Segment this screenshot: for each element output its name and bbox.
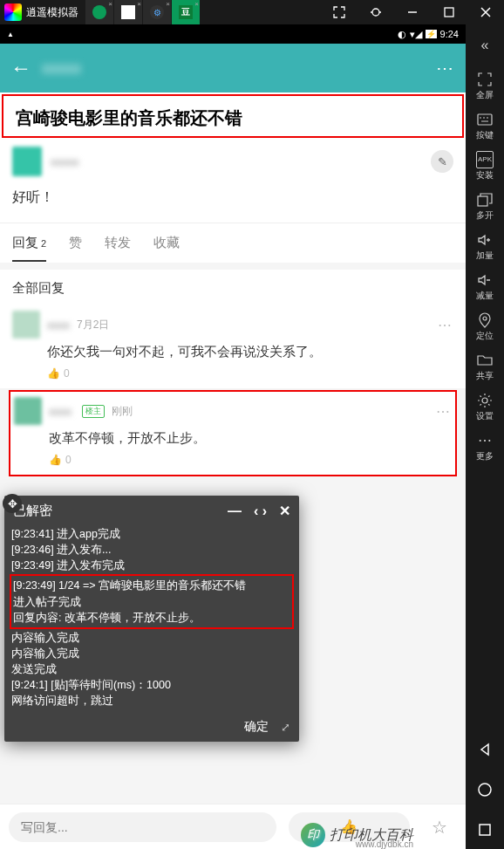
tab-favorite[interactable]: 收藏 bbox=[153, 235, 180, 251]
sidebar-volume-up[interactable]: 加量 bbox=[466, 227, 504, 265]
pin-icon[interactable] bbox=[358, 0, 394, 24]
back-icon[interactable]: ← bbox=[10, 56, 31, 80]
header-more-icon[interactable]: ⋯ bbox=[436, 58, 455, 79]
reply-more-icon[interactable]: ⋯ bbox=[438, 317, 453, 333]
chevron-left-icon: « bbox=[476, 37, 494, 54]
tab-close-icon[interactable]: × bbox=[137, 0, 141, 8]
op-badge: 楼主 bbox=[82, 405, 105, 418]
emu-tab-3[interactable]: ⚙× bbox=[143, 0, 171, 24]
svg-rect-3 bbox=[478, 196, 487, 206]
emu-tab-2[interactable]: × bbox=[114, 0, 142, 24]
console-resize-grip-icon[interactable]: ⤢ bbox=[281, 721, 290, 734]
console-line: 发送完成 bbox=[11, 661, 292, 677]
tab-repost[interactable]: 转发 bbox=[105, 235, 131, 251]
tab-reply[interactable]: 回复2 bbox=[12, 224, 46, 262]
android-recents-button[interactable] bbox=[466, 811, 504, 849]
interaction-tabs: 回复2 赞 转发 收藏 bbox=[0, 223, 466, 263]
gear-icon bbox=[476, 392, 494, 409]
svg-point-0 bbox=[372, 9, 379, 16]
console-line: 回复内容: 改革不停顿，开放不止步。 bbox=[13, 610, 290, 626]
edit-icon[interactable]: ✎ bbox=[431, 150, 453, 173]
reply-username[interactable]: xxxx bbox=[49, 405, 72, 418]
emulator-tabs: × × ⚙× 豆× bbox=[85, 0, 201, 24]
keyboard-icon bbox=[476, 111, 494, 128]
star-icon: ☆ bbox=[432, 817, 447, 838]
svg-rect-7 bbox=[480, 825, 490, 835]
reply-avatar[interactable] bbox=[14, 397, 42, 425]
sidebar-location[interactable]: 定位 bbox=[466, 307, 504, 346]
reply-count: 2 bbox=[41, 238, 46, 249]
close-icon[interactable] bbox=[467, 0, 504, 24]
reply-time: 刚刚 bbox=[112, 404, 133, 419]
header-title: xxxxx bbox=[42, 59, 436, 78]
reply-like-button[interactable]: 👍0 bbox=[14, 454, 452, 466]
author-avatar[interactable] bbox=[12, 147, 42, 176]
console-resize-icon[interactable]: ‹ › bbox=[254, 503, 267, 519]
console-close-icon[interactable]: ✕ bbox=[279, 503, 290, 519]
fullscreen-toggle-icon[interactable] bbox=[321, 0, 358, 24]
sidebar-expand[interactable]: « bbox=[466, 26, 504, 65]
console-ok-button[interactable]: 确定 bbox=[244, 719, 269, 735]
thumbs-up-icon: 👍 bbox=[47, 367, 60, 380]
reply-item: xxxx 7月2日 ⋯ 你还欠我一句对不起，可我不会再说没关系了。 👍0 bbox=[0, 305, 466, 388]
sidebar-fullscreen[interactable]: 全屏 bbox=[466, 66, 504, 105]
volume-down-icon bbox=[476, 271, 494, 289]
battery-icon: ⚡ bbox=[426, 30, 437, 38]
sidebar-more[interactable]: ⋯更多 bbox=[466, 428, 504, 466]
console-header: 已解密 — ‹ › ✕ bbox=[4, 496, 299, 526]
emu-tab-4[interactable]: 豆× bbox=[172, 0, 200, 24]
multi-window-icon bbox=[476, 191, 494, 209]
status-time: 9:24 bbox=[440, 29, 459, 39]
android-back-button[interactable] bbox=[466, 730, 504, 769]
console-line: [9:23:49] 进入发布完成 bbox=[11, 558, 292, 573]
author-name[interactable]: xxxxx bbox=[51, 155, 431, 168]
status-dropdown-icon: ◐ bbox=[398, 29, 406, 40]
reply-header: xxxx 7月2日 ⋯ bbox=[12, 311, 453, 339]
tab-like[interactable]: 赞 bbox=[69, 235, 82, 251]
reply-like-button[interactable]: 👍0 bbox=[12, 367, 453, 380]
watermark-icon: 印 bbox=[301, 823, 325, 847]
reply-body: 改革不停顿，开放不止步。 bbox=[14, 430, 452, 447]
emu-tab-1[interactable]: × bbox=[85, 0, 113, 24]
tab-close-icon[interactable]: × bbox=[194, 0, 199, 8]
reply-more-icon[interactable]: ⋯ bbox=[436, 403, 452, 420]
sidebar-keymap[interactable]: 按键 bbox=[466, 106, 504, 145]
console-drag-handle[interactable]: ✥ bbox=[3, 494, 22, 513]
tab-icon-360 bbox=[92, 5, 106, 19]
reply-input[interactable] bbox=[9, 812, 276, 842]
folder-icon bbox=[476, 352, 494, 369]
emulator-system-buttons bbox=[321, 0, 504, 24]
maximize-icon[interactable] bbox=[431, 0, 467, 24]
tab-close-icon[interactable]: × bbox=[108, 0, 112, 8]
location-pin-icon bbox=[476, 312, 494, 329]
sidebar-share[interactable]: 共享 bbox=[466, 347, 504, 386]
sidebar-multi-instance[interactable]: 多开 bbox=[466, 187, 504, 225]
bottom-favorite-button[interactable]: ☆ bbox=[422, 817, 457, 838]
sidebar-install-apk[interactable]: APK安装 bbox=[466, 147, 504, 185]
sidebar-settings[interactable]: 设置 bbox=[466, 387, 504, 426]
console-line: [9:23:41] 进入app完成 bbox=[11, 526, 292, 542]
console-minimize-icon[interactable]: — bbox=[228, 503, 242, 519]
console-line: 内容输入完成 bbox=[11, 646, 292, 661]
console-line: [9:23:46] 进入发布... bbox=[11, 542, 292, 558]
tab-close-icon[interactable]: × bbox=[166, 0, 170, 8]
reply-item-highlighted: xxxx 楼主 刚刚 ⋯ 改革不停顿，开放不止步。 👍0 bbox=[9, 390, 457, 476]
console-line: 网络访问超时，跳过 bbox=[11, 693, 292, 709]
emulator-titlebar: 逍遥模拟器 × × ⚙× 豆× bbox=[0, 0, 504, 24]
tab-gear-icon: ⚙ bbox=[150, 5, 164, 19]
svg-point-5 bbox=[482, 398, 487, 403]
reply-username[interactable]: xxxx bbox=[47, 318, 70, 332]
console-line: 内容输入完成 bbox=[11, 630, 292, 646]
post-title: 宫崎骏电影里的音乐都还不错 bbox=[2, 94, 464, 138]
console-title: 已解密 bbox=[13, 503, 228, 519]
phone-screen: ▲ ◐ ▾◢ ⚡ 9:24 ← xxxxx ⋯ 宫崎骏电影里的音乐都还不错 xx… bbox=[0, 24, 466, 849]
reply-avatar[interactable] bbox=[12, 311, 40, 339]
emulator-title: 逍遥模拟器 bbox=[26, 5, 78, 20]
sidebar-volume-down[interactable]: 减量 bbox=[466, 267, 504, 305]
android-home-button[interactable] bbox=[466, 770, 504, 809]
android-status-bar: ▲ ◐ ▾◢ ⚡ 9:24 bbox=[0, 24, 466, 44]
console-body: [9:23:41] 进入app完成 [9:23:46] 进入发布... [9:2… bbox=[4, 526, 299, 712]
minimize-icon[interactable] bbox=[394, 0, 431, 24]
fullscreen-icon bbox=[476, 71, 494, 88]
debug-console: ✥ 已解密 — ‹ › ✕ [9:23:41] 进入app完成 [9:23:46… bbox=[4, 496, 299, 742]
